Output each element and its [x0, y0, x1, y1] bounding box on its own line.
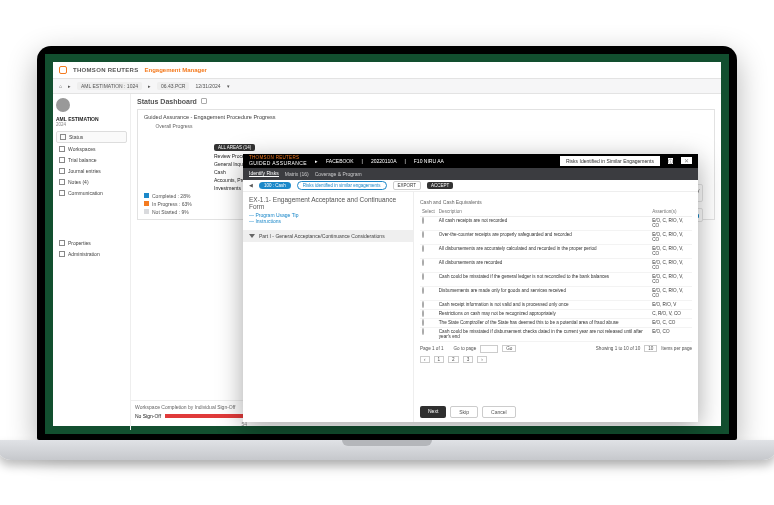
edit-icon[interactable] [201, 98, 207, 104]
overlay-brand-sub: GUIDED ASSURANCE [249, 160, 307, 166]
donut-legend: Completed : 28% In Progress : 63% Not St… [144, 193, 204, 215]
sidebar-item-properties[interactable]: Properties [56, 238, 127, 248]
sidebar-item-administration[interactable]: Administration [56, 249, 127, 259]
sidebar-item-communication[interactable]: Communication [56, 188, 127, 198]
table-row: The State Comptroller of the State has d… [420, 318, 692, 327]
tab-identify-risks[interactable]: Identify Risks [249, 170, 279, 177]
go-page-input[interactable] [480, 345, 498, 353]
sidebar-item-label: Notes (4) [68, 179, 89, 185]
go-label: Go to page [454, 346, 477, 351]
row-radio[interactable] [422, 319, 424, 326]
close-icon[interactable]: ✕ [681, 157, 692, 164]
per-page-select[interactable]: 10 [644, 345, 657, 352]
crumb-entity[interactable]: AML ESTIMATION : 1024 [77, 82, 142, 90]
sidebar-item-notes[interactable]: Notes (4) [56, 177, 127, 187]
page-2[interactable]: 2 [448, 356, 459, 363]
next-button[interactable]: Next [420, 406, 446, 418]
all-areas-button[interactable]: ALL AREAS (14) [214, 144, 255, 151]
legend-completed: Completed : 28% [152, 193, 190, 199]
comm-icon [59, 190, 65, 196]
row-assertions: C, R/O, V, CO [650, 309, 692, 318]
home-icon[interactable]: ⌂ [59, 83, 62, 89]
row-radio[interactable] [422, 301, 424, 308]
row-radio[interactable] [422, 245, 424, 252]
legend-swatch-completed [144, 193, 149, 198]
showing-label: Showing 1 to 10 of 10 [596, 346, 640, 351]
sidebar-item-status[interactable]: Status [56, 131, 127, 143]
overlay-crumb-b[interactable]: 20220110A [371, 158, 397, 164]
page-prev[interactable]: ‹ [420, 356, 430, 363]
page-title: Status Dashboard [137, 98, 197, 105]
sidebar-item-trial-balance[interactable]: Trial balance [56, 155, 127, 165]
col-assertions: Assertion(s) [650, 207, 692, 217]
overlay-right-pane: Cash and Cash Equivalents Select Descrip… [413, 192, 698, 422]
page-3[interactable]: 3 [463, 356, 474, 363]
accept-button[interactable]: ACCEPT [427, 182, 453, 189]
col-select: Select [420, 207, 437, 217]
table-row: Cash receipt information is not valid an… [420, 300, 692, 309]
overlay-toolbar: ◀ 100 : Cash Risks identified in similar… [243, 180, 698, 192]
row-radio[interactable] [422, 217, 424, 224]
table-row: Over-the-counter receipts are properly s… [420, 230, 692, 244]
row-radio[interactable] [422, 287, 424, 294]
legend-swatch-inprogress [144, 201, 149, 206]
area-pill[interactable]: 100 : Cash [259, 182, 291, 189]
breadcrumb-bar: ⌂ ▸ AML ESTIMATION : 1024 ▸ 06.43.PCR 12… [53, 79, 721, 94]
row-desc: Cash could be misstated if disbursement … [437, 327, 650, 341]
row-radio[interactable] [422, 259, 424, 266]
row-desc: All disbursements are accurately calcula… [437, 244, 650, 258]
workspaces-icon [59, 146, 65, 152]
signoff-bar [165, 414, 247, 418]
info-icon[interactable]: ⓘ [668, 158, 673, 164]
user-avatar[interactable] [56, 98, 70, 112]
sidebar-item-label: Communication [68, 190, 103, 196]
cancel-button[interactable]: Cancel [482, 406, 516, 418]
overlay-crumb-a[interactable]: FACEBOOK [326, 158, 354, 164]
row-radio[interactable] [422, 231, 424, 238]
legend-in-progress: In Progress : 63% [152, 201, 192, 207]
export-button[interactable]: EXPORT [393, 181, 421, 190]
sidebar-item-label: Journal entries [68, 168, 101, 174]
pager: Page 1 of 1 Go to page Go Showing 1 to 1… [420, 345, 692, 353]
similar-risks-pill[interactable]: Risks identified in similar engagements [297, 181, 387, 190]
row-radio[interactable] [422, 310, 424, 317]
signoff-pct: 54 [135, 421, 247, 427]
brand-company: THOMSON REUTERS [73, 67, 139, 73]
row-assertions: E/O, C, R/O, V, CO [650, 216, 692, 230]
desktop-wallpaper: THOMSON REUTERS Engagement Manager ⌂ ▸ A… [45, 54, 729, 434]
user-year: 2024 [56, 122, 127, 127]
chevron-left-icon[interactable]: ◀ [249, 182, 253, 188]
table-row: Cash could be misstated if the general l… [420, 272, 692, 286]
form-heading: EX-1.1- Engagement Acceptance and Contin… [249, 196, 407, 210]
tab-matrix[interactable]: Matrix (16) [285, 171, 309, 177]
row-assertions: E/O, C, R/O, V, CO [650, 286, 692, 300]
skip-button[interactable]: Skip [450, 406, 478, 418]
section-header[interactable]: Part I - General Acceptance/Continuance … [243, 230, 413, 242]
crumb-pcr[interactable]: 06.43.PCR [157, 82, 189, 90]
sidebar-item-workspaces[interactable]: Workspaces [56, 144, 127, 154]
thomson-reuters-logo-icon [59, 66, 67, 74]
legend-not-started: Not Started : 9% [152, 209, 189, 215]
row-radio[interactable] [422, 273, 424, 280]
instructions-link[interactable]: — Instructions [249, 218, 407, 224]
page-1[interactable]: 1 [434, 356, 445, 363]
guided-assurance-window: THOMSON REUTERS GUIDED ASSURANCE ▸FACEBO… [243, 154, 698, 422]
sidebar-item-journal-entries[interactable]: Journal entries [56, 166, 127, 176]
go-button[interactable]: Go [502, 345, 516, 352]
table-row: All cash receipts are not recordedE/O, C… [420, 216, 692, 230]
sidebar-item-label: Trial balance [68, 157, 96, 163]
laptop-base [0, 440, 774, 460]
row-assertions: E/O, C, R/O, V, CO [650, 272, 692, 286]
row-desc: Restrictions on cash may not be recogniz… [437, 309, 650, 318]
sidebar-item-label: Status [69, 134, 83, 140]
signoff-row-label: No Sign-Off [135, 413, 161, 419]
trial-balance-icon [59, 157, 65, 163]
row-desc: The State Comptroller of the State has d… [437, 318, 650, 327]
row-desc: Cash receipt information is not valid an… [437, 300, 650, 309]
row-radio[interactable] [422, 328, 424, 335]
overlay-crumb-c[interactable]: F10 NIRU AA [414, 158, 444, 164]
tab-coverage[interactable]: Coverage & Program [315, 171, 362, 177]
page-next[interactable]: › [477, 356, 487, 363]
row-desc: Over-the-counter receipts are properly s… [437, 230, 650, 244]
row-assertions: E/O, CO [650, 327, 692, 341]
